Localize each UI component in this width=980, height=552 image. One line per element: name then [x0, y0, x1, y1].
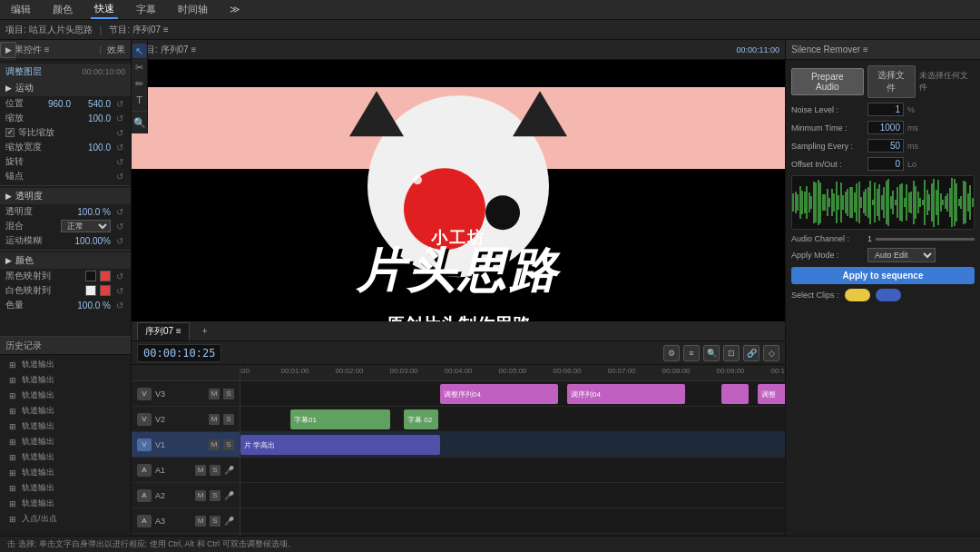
prepare-audio-button[interactable]: Prepare Audio: [791, 68, 864, 95]
rotation-value[interactable]: 100.0: [74, 143, 111, 153]
ruler-05: 00:05:00: [498, 367, 526, 375]
a2-solo[interactable]: S: [210, 490, 220, 501]
black-color-alt[interactable]: [100, 271, 111, 281]
clip-v2-2[interactable]: 字幕 02: [404, 409, 438, 429]
hist-icon-3: ⊞: [7, 406, 18, 417]
gamma-value[interactable]: 100.0 %: [74, 301, 111, 310]
tool-selection[interactable]: ↖: [132, 44, 147, 58]
menu-more[interactable]: ≫: [226, 2, 244, 17]
white-color-alt[interactable]: [100, 285, 111, 296]
hist-icon-2: ⊞: [7, 390, 18, 401]
color-section[interactable]: ▶ 颜色: [0, 252, 131, 269]
motion-section[interactable]: ▶ 运动: [0, 80, 131, 96]
opacity-value[interactable]: 100.0 %: [74, 207, 111, 217]
list-item[interactable]: ⊞ 轨道输出: [0, 419, 131, 434]
tl-tool-arrow[interactable]: ▶: [0, 42, 16, 58]
a1-solo[interactable]: S: [210, 465, 220, 476]
min-time-row: Minmum Time : ms: [791, 121, 975, 134]
center-area: 节目: 序列07 ≡ 00:00:11:00: [132, 40, 785, 552]
rotation-reset[interactable]: ↺: [114, 142, 125, 153]
tl-snap[interactable]: ⊡: [723, 345, 740, 361]
tool-razor[interactable]: ✂: [132, 60, 147, 74]
menu-quick[interactable]: 快速: [91, 0, 118, 19]
v2-toggle[interactable]: M: [209, 414, 220, 425]
opacity-section[interactable]: ▶ 透明度: [0, 188, 131, 204]
tool-text[interactable]: T: [132, 93, 147, 107]
list-item[interactable]: ⊞ 轨道输出: [0, 480, 131, 496]
timeline-sequence-tab[interactable]: 序列07 ≡: [137, 322, 190, 340]
list-item[interactable]: ⊞ 轨道输出: [0, 372, 131, 388]
clip-v3-3[interactable]: [721, 384, 749, 404]
min-time-input[interactable]: [867, 121, 904, 134]
track-row-v1: 片 学高出: [240, 432, 785, 458]
list-item[interactable]: ⊞ 轨道输出: [0, 357, 131, 372]
menu-edit[interactable]: 编辑: [7, 1, 34, 18]
v3-solo[interactable]: S: [223, 389, 234, 399]
clip-v3-1[interactable]: 调整序列04: [440, 384, 558, 404]
scale-reset[interactable]: ↺: [114, 113, 125, 123]
menu-timeline[interactable]: 时间轴: [174, 1, 211, 18]
motionblur-value[interactable]: 100.00%: [74, 236, 111, 246]
audio-channel-slider[interactable]: [876, 238, 975, 241]
clip-yellow-btn[interactable]: [845, 289, 870, 301]
offset-input[interactable]: [867, 157, 904, 171]
sampling-input[interactable]: [867, 139, 904, 153]
list-item[interactable]: ⊞ 轨道输出: [0, 449, 131, 465]
menu-captions[interactable]: 字幕: [132, 1, 160, 18]
scale-value[interactable]: 100.0: [74, 113, 111, 123]
list-item[interactable]: ⊞ 轨道输出: [0, 388, 131, 403]
effects-tab[interactable]: 效果: [107, 44, 125, 56]
list-item[interactable]: ⊞ 入点/出点: [0, 511, 131, 527]
tool-zoom[interactable]: 🔍: [132, 115, 147, 130]
white-reset[interactable]: ↺: [114, 285, 125, 296]
scale-width-reset[interactable]: ↺: [114, 127, 125, 138]
clip-v3-4[interactable]: 调整: [758, 384, 785, 404]
gamma-reset[interactable]: ↺: [114, 300, 125, 310]
blend-mode-select[interactable]: 正常: [61, 220, 111, 232]
anchor-reset[interactable]: ↺: [114, 156, 125, 167]
tl-zoom-in[interactable]: 🔍: [703, 345, 720, 361]
a3-solo[interactable]: S: [210, 516, 220, 527]
noise-level-input[interactable]: [867, 103, 904, 116]
position-x[interactable]: 960.0: [34, 99, 71, 109]
v1-solo[interactable]: S: [223, 439, 234, 450]
tl-link[interactable]: 🔗: [743, 345, 760, 361]
position-reset[interactable]: ↺: [114, 98, 125, 109]
a2-mute[interactable]: M: [195, 490, 206, 501]
white-color-swatch[interactable]: [85, 285, 96, 296]
clip-blue-btn[interactable]: [876, 289, 901, 301]
flicker-reset[interactable]: ↺: [114, 171, 125, 182]
v3-toggle[interactable]: M: [209, 389, 220, 399]
menu-color[interactable]: 颜色: [49, 1, 76, 18]
scale-width-checkbox[interactable]: [5, 128, 15, 137]
clip-v2-1[interactable]: 字幕01: [290, 409, 390, 429]
tl-add-marker[interactable]: ◇: [763, 345, 779, 361]
audio-channel-value[interactable]: 1: [867, 234, 872, 243]
list-item[interactable]: ⊞ 轨道输出: [0, 403, 131, 419]
tl-settings-btn[interactable]: ≡: [683, 345, 700, 361]
v1-toggle[interactable]: M: [209, 439, 220, 450]
a3-mute[interactable]: M: [195, 516, 206, 527]
tl-nest-btn[interactable]: ⚙: [663, 345, 680, 361]
opacity-reset[interactable]: ↺: [114, 206, 125, 217]
list-item[interactable]: ⊞ 轨道输出: [0, 465, 131, 480]
black-reset[interactable]: ↺: [114, 271, 125, 281]
timeline-timecode[interactable]: 00:00:10:25: [137, 344, 221, 362]
black-color-swatch[interactable]: [85, 271, 96, 281]
blend-reset[interactable]: ↺: [114, 221, 125, 232]
select-file-button[interactable]: 选择文件: [867, 65, 916, 98]
motionblur-reset[interactable]: ↺: [114, 235, 125, 246]
position-y[interactable]: 540.0: [74, 99, 111, 109]
tool-pen[interactable]: ✏: [132, 76, 147, 91]
list-item[interactable]: ⊞ 轨道输出: [0, 434, 131, 449]
v2-solo[interactable]: S: [223, 414, 234, 425]
clip-v3-2[interactable]: 调序列04: [567, 384, 685, 404]
apply-mode-select[interactable]: Auto Edit: [867, 248, 936, 262]
preview-timecode-total: 00:00:11:00: [736, 45, 779, 54]
a1-mute[interactable]: M: [195, 465, 206, 476]
clip-v1-1[interactable]: 片 学高出: [240, 435, 440, 455]
rotation-label: 缩放宽度: [5, 141, 71, 153]
apply-to-sequence-button[interactable]: Apply to sequence: [791, 267, 975, 284]
list-item[interactable]: ⊞ 轨道输出: [0, 496, 131, 511]
overlay-text-sub: 原创片头制作思路: [386, 313, 531, 321]
